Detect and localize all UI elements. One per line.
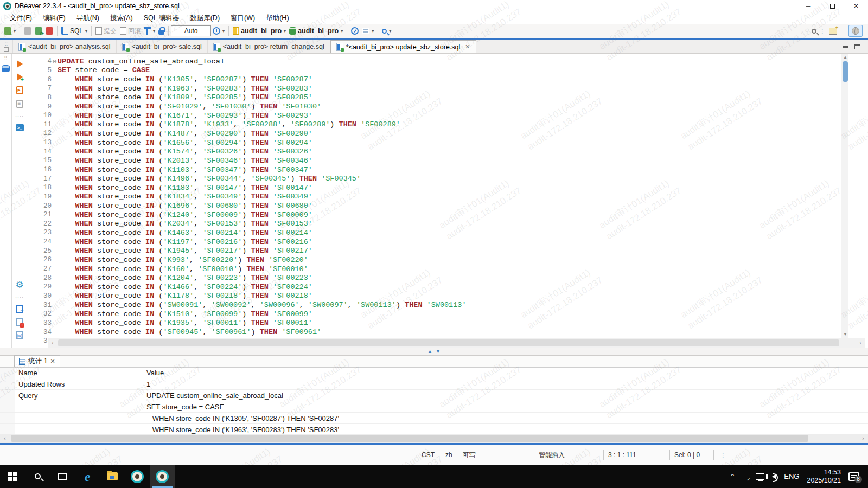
network-tray-icon[interactable] xyxy=(756,473,764,480)
scroll-up-icon[interactable]: ▲ xyxy=(841,54,849,61)
reconnect-button[interactable] xyxy=(33,26,44,36)
code-line[interactable]: 6 WHEN store_code IN ('K1305', 'SF00287'… xyxy=(28,75,868,84)
close-button[interactable]: ✕ xyxy=(844,0,868,12)
code-line[interactable]: 16 WHEN store_code IN ('K1103', 'SF00347… xyxy=(28,165,868,175)
new-connection-button[interactable]: ▾ xyxy=(2,26,17,36)
menu-item[interactable]: 窗口(W) xyxy=(225,12,260,24)
error-log-button[interactable] xyxy=(16,318,23,326)
code-line[interactable]: 31 WHEN store_code IN ('SW00091', 'SW000… xyxy=(28,300,868,310)
code-line[interactable]: 21 WHEN store_code IN ('K1240', 'SF00009… xyxy=(28,210,868,220)
column-header-value[interactable]: Value xyxy=(142,369,164,377)
code-line[interactable]: 33 WHEN store_code IN ('K1935', 'SF00011… xyxy=(28,319,868,328)
start-button[interactable] xyxy=(0,465,25,488)
settings-gear-button[interactable]: ⚙ xyxy=(15,281,23,289)
code-line[interactable]: 13 WHEN store_code IN ('K1656', 'SF00294… xyxy=(28,138,868,147)
editor-tab[interactable]: *<audit_bi_pro> update_sbz_store.sql✕ xyxy=(330,40,476,53)
code-line[interactable]: 7 WHEN store_code IN ('K1963', 'SF00283'… xyxy=(28,84,868,93)
execute-new-tab-button[interactable] xyxy=(17,73,23,81)
column-header-name[interactable]: Name xyxy=(15,369,142,377)
editor-horizontal-scrollbar[interactable]: ‹ › xyxy=(48,338,865,348)
usb-tray-icon[interactable] xyxy=(743,473,748,480)
code-line[interactable]: 29 WHEN store_code IN ('K1466', 'SF00224… xyxy=(28,282,868,292)
scroll-left-icon[interactable]: ‹ xyxy=(0,434,10,443)
quick-access-search-icon[interactable] xyxy=(812,29,816,34)
editor-tab[interactable]: <audit_bi_pro> sale.sql xyxy=(117,40,208,53)
scroll-right-icon[interactable]: › xyxy=(856,338,865,348)
transaction-log-button[interactable]: ▾ xyxy=(143,26,157,36)
connect-button[interactable] xyxy=(22,26,33,36)
code-line[interactable]: 25 WHEN store_code IN ('K1945', 'SF00217… xyxy=(28,246,868,255)
commit-button[interactable]: 提交 xyxy=(94,25,118,37)
rollback-button[interactable]: 回滚 xyxy=(118,25,143,37)
language-indicator[interactable]: ENG xyxy=(784,472,799,480)
database-navigator-icon[interactable] xyxy=(2,65,10,72)
code-line[interactable]: 30 WHEN store_code IN ('K1178', 'SF00218… xyxy=(28,292,868,301)
code-line[interactable]: 10 WHEN store_code IN ('K1671', 'SF00293… xyxy=(28,111,868,120)
table-row[interactable]: WHEN store_code IN ('K1963', 'SF00283') … xyxy=(0,424,868,434)
code-line[interactable]: 28 WHEN store_code IN ('K1204', 'SF00223… xyxy=(28,273,868,282)
commit-mode-combo[interactable]: Auto xyxy=(171,25,211,36)
internet-explorer-button[interactable]: e xyxy=(75,465,100,488)
sql-console-button[interactable]: >_ xyxy=(16,124,24,131)
toolbar-search-button[interactable]: ▾ xyxy=(380,28,393,35)
table-row[interactable]: Updated Rows1 xyxy=(0,378,868,390)
editor-tab[interactable]: <audit_bi_pro> return_change.sql xyxy=(208,40,330,53)
code-line[interactable]: 32 WHEN store_code IN ('K1510', 'SF00099… xyxy=(28,310,868,319)
scrollbar-thumb[interactable] xyxy=(843,61,848,82)
scroll-right-icon[interactable]: › xyxy=(858,434,868,443)
menu-item[interactable]: 导航(N) xyxy=(71,12,105,24)
code-line[interactable]: 22 WHEN store_code IN ('K2034', 'SF00153… xyxy=(28,220,868,229)
code-line[interactable]: 19 WHEN store_code IN ('K1834', 'SF00349… xyxy=(28,192,868,202)
connection-selector[interactable]: audit_bi_pro▾ xyxy=(231,26,288,36)
code-line[interactable]: 27 WHEN store_code IN ('K160', 'SF00010'… xyxy=(28,265,868,274)
menu-item[interactable]: 编辑(E) xyxy=(37,12,71,24)
execute-statement-button[interactable] xyxy=(17,60,23,68)
code-line[interactable]: 5SET store_code = CASE xyxy=(28,66,868,75)
code-line[interactable]: 34 WHEN store_code IN ('SF00945', 'SF009… xyxy=(28,328,868,337)
statistics-tab[interactable]: 统计 1 ✕ xyxy=(14,355,60,367)
disconnect-button[interactable] xyxy=(44,26,55,36)
minimize-button[interactable]: ─ xyxy=(796,0,820,12)
scrollbar-thumb[interactable] xyxy=(11,435,808,442)
close-tab-icon[interactable]: ✕ xyxy=(50,358,55,365)
maximize-editor-icon[interactable] xyxy=(854,44,860,49)
compare-button[interactable]: ▾ xyxy=(360,27,375,35)
dbeaver-perspective-button[interactable] xyxy=(848,25,863,37)
execute-script-button[interactable] xyxy=(16,86,23,94)
transaction-history-button[interactable]: ▾ xyxy=(211,26,226,36)
code-line[interactable]: 17 WHEN store_code IN ('K1496', 'SF00344… xyxy=(28,174,868,183)
taskbar-search-button[interactable] xyxy=(25,465,50,488)
table-row[interactable]: SET store_code = CASE xyxy=(0,401,868,413)
sql-editor-button[interactable]: SQL▾ xyxy=(60,26,89,36)
taskbar-clock[interactable]: 14:53 2025/10/21 xyxy=(807,468,841,485)
menu-item[interactable]: SQL 编辑器 xyxy=(138,12,185,24)
minimize-editor-icon[interactable] xyxy=(843,46,848,48)
explain-plan-button[interactable] xyxy=(16,100,23,108)
collapse-down-icon[interactable]: ▼ xyxy=(436,349,441,354)
task-view-button[interactable] xyxy=(50,465,75,488)
code-line[interactable]: 4⊖UPDATE custom_online_sale_abroad_local xyxy=(28,57,868,66)
fold-collapse-icon[interactable]: ⊖ xyxy=(52,59,58,65)
lock-button[interactable] xyxy=(157,26,166,36)
table-row[interactable]: QueryUPDATE custom_online_sale_abroad_lo… xyxy=(0,390,868,401)
code-line[interactable]: 8 WHEN store_code IN ('K1809', 'SF00285'… xyxy=(28,93,868,102)
volume-tray-icon[interactable] xyxy=(772,474,776,479)
scroll-left-icon[interactable]: ‹ xyxy=(48,338,57,348)
menu-item[interactable]: 搜索(A) xyxy=(105,12,138,24)
notification-center-icon[interactable]: 8 xyxy=(848,472,859,481)
code-line[interactable]: 12 WHEN store_code IN ('K1487', 'SF00290… xyxy=(28,129,868,138)
dbeaver-taskbar-button[interactable] xyxy=(125,465,150,488)
code-line[interactable]: 23 WHEN store_code IN ('K1463', 'SF00214… xyxy=(28,228,868,237)
dashboard-button[interactable] xyxy=(349,26,360,36)
menu-item[interactable]: 数据库(D) xyxy=(184,12,225,24)
menu-item[interactable]: 文件(F) xyxy=(4,12,37,24)
dbeaver-taskbar-button-active[interactable] xyxy=(150,465,175,488)
code-line[interactable]: 20 WHEN store_code IN ('K1696', 'SF00680… xyxy=(28,201,868,210)
code-line[interactable]: 14 WHEN store_code IN ('K1574', 'SF00326… xyxy=(28,147,868,156)
file-explorer-button[interactable] xyxy=(100,465,125,488)
code-line[interactable]: 26 WHEN store_code IN ('K993', 'SF00220'… xyxy=(28,255,868,265)
table-row[interactable]: WHEN store_code IN ('K1305', 'SF00287') … xyxy=(0,413,868,424)
editor-tab-strip-handle[interactable]: ⠿ xyxy=(0,40,13,53)
results-horizontal-scrollbar[interactable]: ‹ › xyxy=(0,434,868,443)
editor-vertical-scrollbar[interactable]: ▲ ▼ xyxy=(841,54,848,338)
